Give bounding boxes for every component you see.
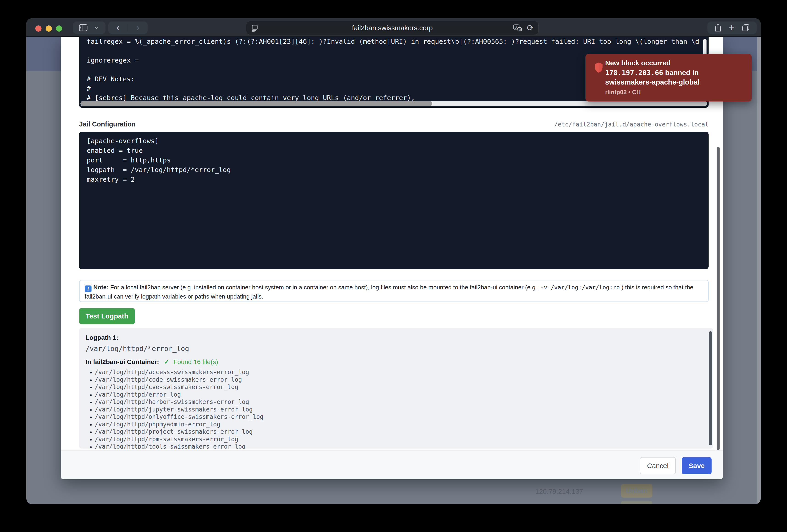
edit-jail-modal: failregex = %(_apache_error_client)s (?:… [61,37,723,479]
toast-message: 178.197.203.66 banned in swissmakers-apa… [605,68,746,87]
log-file-item: /var/log/httpd/tools-swissmakers-error_l… [95,443,707,449]
share-icon[interactable] [714,23,722,32]
page-scrollbar[interactable] [757,37,761,504]
toast-message-mid: banned in [663,69,699,77]
url-text: fail2ban.swissmakers.corp [246,24,538,32]
log-file-item: /var/log/httpd/cve-swissmakers-error_log [95,383,707,391]
logpath-test-results: Logpath 1: /var/log/httpd/*error_log In … [79,328,713,449]
svg-text:A: A [515,25,518,29]
code-line: maxretry = 2 [87,175,231,184]
found-files-list: /var/log/httpd/access-swissmakers-error_… [86,369,707,449]
modal-footer: Cancel Save [61,450,723,479]
test-logpath-button[interactable]: Test Logpath [79,308,135,324]
forward-button[interactable]: › [132,23,144,32]
logpath-1-value: /var/log/httpd/*error_log [86,344,707,354]
code-line: enabled = true [87,146,231,155]
shield-icon [594,62,604,74]
log-file-item: /var/log/httpd/project-swissmakers-error… [95,428,707,436]
jail-file-path: /etc/fail2ban/jail.d/apache-overflows.lo… [554,121,708,128]
background-unban-button[interactable]: Unban [621,484,653,497]
tab-overview-icon[interactable] [742,24,750,32]
log-file-item: /var/log/httpd/code-swissmakers-error_lo… [95,376,707,383]
container-label: In fail2ban-ui Container: [86,358,159,365]
banned-ip: 178.197.203.66 [605,69,663,77]
jail-configuration-label: Jail Configuration [79,120,136,128]
filter-editor-hscroll-track[interactable] [81,101,707,106]
note-text-1: For a local fail2ban server (e.g. instal… [108,284,540,291]
check-icon: ✓ [164,358,169,365]
safari-window: ⌄ ‹ › fail2ban.swissmakers.corp [26,18,761,504]
log-file-item: /var/log/httpd/access-swissmakers-error_… [95,369,707,376]
sidebar-toggle-button[interactable]: ⌄ [73,22,105,34]
background-banned-ip: 120.79.214.137 [535,488,579,495]
new-tab-icon[interactable]: + [729,23,735,33]
dimmed-sidebar [26,37,61,71]
page-content: 120.79.214.137 Unban failregex = %(_apac… [26,37,761,504]
nav-buttons: ‹ › [108,22,148,34]
log-file-item: /var/log/httpd/error_log [95,391,707,398]
logpath-note: iNote: For a local fail2ban server (e.g.… [79,280,708,302]
sidebar-icon [79,24,88,31]
translate-icon[interactable]: A 文 [513,24,523,34]
screen: ⌄ ‹ › fail2ban.swissmakers.corp [0,0,787,532]
toast-title: New block occurred [605,59,671,68]
jail-config-code: [apache-overflows]enabled = trueport = h… [87,136,231,184]
toolbar-right-buttons: + [707,22,757,34]
log-file-item: /var/log/httpd/jupyter-swissmakers-error… [95,406,707,413]
note-bold: Note: [93,284,108,291]
filter-editor-hscroll-thumb[interactable] [81,101,432,106]
modal-scrollbar[interactable] [717,147,720,450]
code-line: port = http,https [87,155,231,165]
minimize-window-button[interactable] [46,25,52,31]
logpath-1-label: Logpath 1: [86,334,707,342]
nav-divider [128,24,128,31]
container-result-line: In fail2ban-ui Container: ✓ Found 16 fil… [86,357,707,367]
code-line: logpath = /var/log/httpd/*error_log [87,165,231,175]
code-line: [apache-overflows] [87,136,231,146]
log-file-item: /var/log/httpd/phpmyadmin-error_log [95,421,707,428]
code-line: failregex = %(_apache_error_client)s (?:… [87,37,699,46]
toast-meta: rlinfp02 • CH [605,89,641,96]
svg-text:文: 文 [519,28,522,31]
close-window-button[interactable] [35,25,42,31]
save-button[interactable]: Save [682,457,711,474]
log-file-item: /var/log/httpd/harbor-swissmakers-error_… [95,398,707,406]
found-files-text: Found 16 file(s) [174,358,218,365]
jail-config-editor[interactable]: [apache-overflows]enabled = trueport = h… [79,132,708,269]
log-file-item: /var/log/httpd/onlyoffice-swissmakers-er… [95,413,707,421]
reload-icon[interactable]: ⟳ [527,23,534,33]
back-button[interactable]: ‹ [112,23,124,32]
results-scrollbar[interactable] [709,331,712,445]
toast-jail-name: swissmakers-apache-global [605,78,700,86]
address-bar[interactable]: fail2ban.swissmakers.corp A 文 ⟳ [246,21,539,35]
background-unban-button-partial [621,501,653,504]
browser-toolbar: ⌄ ‹ › fail2ban.swissmakers.corp [26,18,761,37]
zoom-window-button[interactable] [56,25,62,31]
info-icon: i [85,286,91,292]
cancel-button[interactable]: Cancel [640,457,676,474]
note-code: -v /var/log:/var/log:ro [540,284,620,291]
log-file-item: /var/log/httpd/rpm-swissmakers-error_log [95,436,707,443]
chevron-down-icon: ⌄ [94,22,100,30]
new-block-toast[interactable]: New block occurred 178.197.203.66 banned… [586,54,752,102]
